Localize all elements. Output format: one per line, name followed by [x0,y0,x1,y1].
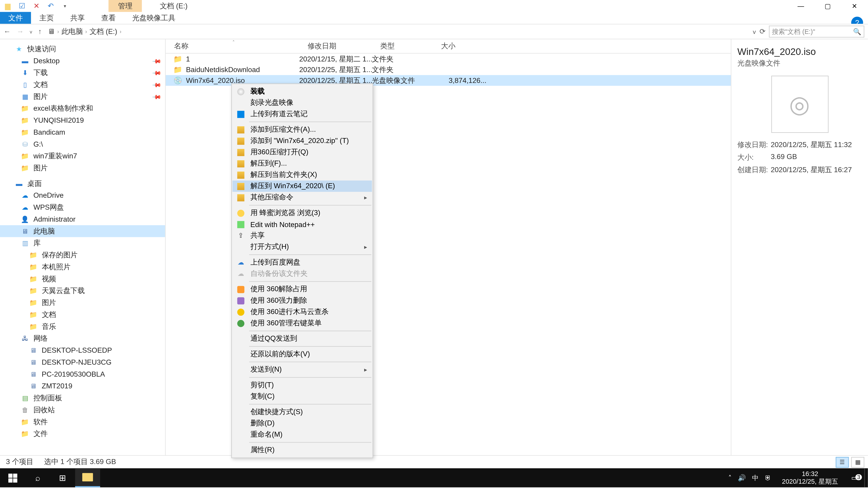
ctx-send-to[interactable]: 发送到(N)▸ [232,364,372,375]
nav-this-pc[interactable]: 🖥此电脑 [0,225,165,237]
ctx-youdao-upload[interactable]: 上传到有道云笔记 [232,108,372,120]
nav-zmt2019[interactable]: 🖥ZMT2019 [0,380,165,392]
column-name[interactable]: 名称˄ [166,41,299,51]
ctx-extract-named[interactable]: 解压到 Win7x64_2020\ (E) [232,181,372,192]
nav-pc-njeu3cg[interactable]: 🖥DESKTOP-NJEU3CG [0,356,165,368]
nav-pc-lssoedp[interactable]: 🖥DESKTOP-LSSOEDP [0,344,165,356]
ctx-360-trojan-scan[interactable]: 使用 360进行木马云查杀 [232,306,372,318]
breadcrumb-thispc[interactable]: 此电脑 [61,26,83,37]
nav-pictures[interactable]: ▦图片📌 [0,91,165,103]
nav-videos[interactable]: 📁视频 [0,273,165,285]
nav-onedrive[interactable]: ☁OneDrive [0,190,165,201]
tray-volume-icon[interactable]: 🔊 [738,474,746,482]
ctx-share[interactable]: ⇪共享 [232,230,372,241]
ctx-mount[interactable]: 装载 [232,86,372,97]
nav-local-pictures[interactable]: 📁本机照片 [0,261,165,273]
notification-center-button[interactable]: ▭ 3 [844,474,864,482]
view-details-button[interactable]: ☰ [836,457,849,467]
task-view-button[interactable]: ⊞ [50,468,75,487]
nav-wps[interactable]: ☁WPS网盘 [0,201,165,213]
ctx-open-with[interactable]: 打开方式(H)▸ [232,241,372,253]
nav-forward-button[interactable]: → [17,27,24,36]
breadcrumb-drive[interactable]: 文档 (E:) [90,26,117,37]
nav-win7reinstall[interactable]: 📁win7重装win7 [0,150,165,162]
ctx-qq-send[interactable]: 通过QQ发送到 [232,333,372,344]
ctx-add-zip[interactable]: 添加到 "Win7x64_2020.zip" (T) [232,135,372,147]
file-row[interactable]: 📁 1 2020/12/15, 星期二 1... 文件夹 [166,54,731,64]
ctx-360-manage-menu[interactable]: 使用 360管理右键菜单 [232,318,372,329]
ribbon-tab-home[interactable]: 主页 [31,11,62,24]
column-type[interactable]: 类型 [372,41,433,51]
qat-undo-icon[interactable]: ↶ [45,1,56,11]
ctx-notepad-plus[interactable]: Edit with Notepad++ [232,219,372,230]
file-row[interactable]: 📁 BaiduNetdiskDownload 2020/12/25, 星期五 1… [166,64,731,75]
chevron-right-icon[interactable]: › [120,29,121,35]
nav-pictures-3[interactable]: 📁图片 [0,297,165,308]
nav-yunqishi[interactable]: 📁YUNQISHI2019 [0,114,165,126]
ctx-burn[interactable]: 刻录光盘映像 [232,97,372,108]
ctx-360-force-delete[interactable]: 使用 360强力删除 [232,295,372,306]
nav-administrator[interactable]: 👤Administrator [0,213,165,225]
nav-quick-access[interactable]: ★快速访问 [0,43,165,55]
taskbar-clock[interactable]: 16:32 2020/12/25, 星期五 [776,470,844,486]
qat-dropdown-icon[interactable]: ▾ [60,1,70,11]
ctx-restore-version[interactable]: 还原以前的版本(V) [232,349,372,360]
tray-chevron-up-icon[interactable]: ˄ [728,474,732,482]
chevron-right-icon[interactable]: › [57,29,59,35]
nav-bandicam[interactable]: 📁Bandicam [0,126,165,138]
ctx-extract-here[interactable]: 解压到当前文件夹(X) [232,169,372,181]
nav-up-button[interactable]: ↑ [38,27,42,36]
tray-security-icon[interactable]: ⛨ [765,474,771,482]
qat-delete-icon[interactable]: ✕ [31,1,41,11]
nav-libraries[interactable]: ▥库 [0,237,165,249]
nav-downloads[interactable]: ⬇下载📌 [0,67,165,78]
nav-desktop-root[interactable]: ▬桌面 [0,177,165,190]
nav-pictures-2[interactable]: 📁图片 [0,162,165,174]
nav-network[interactable]: 🖧网络 [0,332,165,344]
ribbon-tab-view[interactable]: 查看 [93,11,124,24]
column-date[interactable]: 修改日期 [299,41,372,51]
ctx-baidu-upload[interactable]: ☁上传到百度网盘 [232,257,372,268]
address-history-dropdown[interactable]: v [753,28,756,35]
taskbar-explorer-button[interactable] [75,468,100,487]
tray-ime-icon[interactable]: 中 [752,473,758,482]
ctx-bee-browser[interactable]: 用 蜂蜜浏览器 浏览(3) [232,207,372,219]
nav-pc-2019[interactable]: 🖥PC-20190530OBLA [0,368,165,380]
show-desktop-button[interactable] [864,468,868,487]
qat-properties-icon[interactable]: ☑ [17,1,27,11]
ctx-360-unlock[interactable]: 使用 360解除占用 [232,284,372,295]
close-button[interactable]: ✕ [841,0,868,12]
nav-tianyi[interactable]: 📁天翼云盘下载 [0,285,165,297]
minimize-button[interactable]: — [787,0,814,12]
ribbon-tab-share[interactable]: 共享 [62,11,93,24]
ctx-properties[interactable]: 属性(R) [232,445,372,456]
ribbon-tab-disc-tools[interactable]: 光盘映像工具 [124,11,184,24]
ctx-cut[interactable]: 剪切(T) [232,380,372,391]
nav-software[interactable]: 📁软件 [0,416,165,428]
ctx-create-shortcut[interactable]: 创建快捷方式(S) [232,406,372,418]
breadcrumb[interactable]: 🖥 › 此电脑 › 文档 (E:) › [48,26,121,37]
search-input[interactable]: 搜索"文档 (E:)" 🔍 [769,26,864,37]
ctx-other-zip[interactable]: 其他压缩命令▸ [232,192,372,203]
search-icon[interactable]: 🔍 [853,28,862,35]
nav-files[interactable]: 📁文件 [0,428,165,440]
nav-saved-pictures[interactable]: 📁保存的图片 [0,249,165,261]
refresh-button[interactable]: ⟳ [760,27,765,36]
nav-back-button[interactable]: ← [4,27,11,36]
view-thumbnails-button[interactable]: ▦ [851,457,864,467]
nav-documents-2[interactable]: 📁文档 [0,308,165,321]
taskbar-search-button[interactable]: ⌕ [25,468,50,487]
nav-recycle-bin[interactable]: 🗑回收站 [0,404,165,416]
maximize-button[interactable]: ▢ [814,0,841,12]
start-button[interactable] [0,468,25,487]
ctx-extract-to[interactable]: 解压到(F)... [232,158,372,169]
ctx-open-360zip[interactable]: 用360压缩打开(Q) [232,147,372,158]
nav-recent-dropdown[interactable]: v [30,29,32,34]
chevron-right-icon[interactable]: › [85,29,87,35]
ribbon-tab-file[interactable]: 文件 [0,11,31,24]
nav-excel-folder[interactable]: 📁excel表格制作求和 [0,103,165,115]
ctx-copy[interactable]: 复制(C) [232,391,372,402]
ctx-rename[interactable]: 重命名(M) [232,429,372,440]
ctx-add-archive[interactable]: 添加到压缩文件(A)... [232,124,372,135]
contextual-tab-manage[interactable]: 管理 [108,0,142,12]
